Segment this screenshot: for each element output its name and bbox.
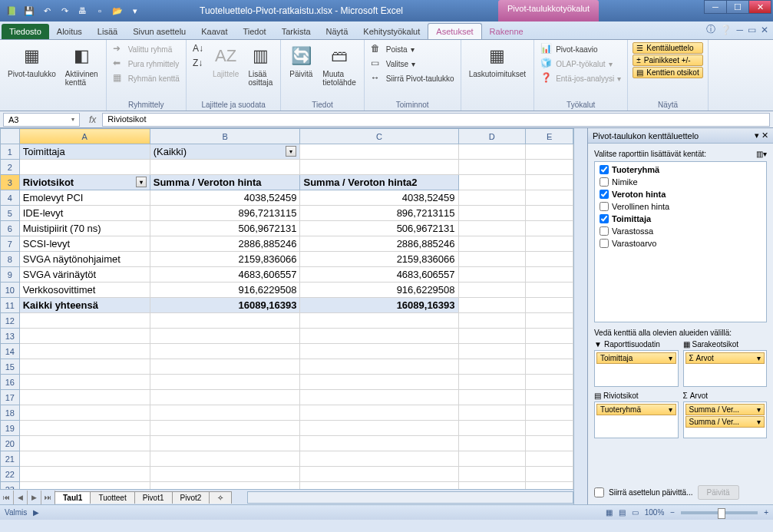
field-checkbox[interactable] bbox=[600, 165, 609, 174]
row-header[interactable]: 16 bbox=[1, 375, 20, 390]
minimize-ribbon-icon[interactable]: ⓘ bbox=[706, 23, 715, 36]
filter-value-cell[interactable]: (Kaikki)▾ bbox=[150, 144, 300, 160]
zone-item[interactable]: Tuoteryhmä▾ bbox=[596, 404, 676, 415]
sort-desc-button[interactable]: Z↓ bbox=[191, 57, 206, 71]
help-icon[interactable]: ❔ bbox=[720, 25, 732, 35]
col-header-d[interactable]: D bbox=[458, 129, 526, 144]
values-zone[interactable]: ΣArvot Summa / Ver...▾ Summa / Ver...▾ bbox=[683, 392, 768, 438]
col-header-e[interactable]: E bbox=[526, 129, 573, 144]
sheet-nav-first-icon[interactable]: ⏮ bbox=[0, 491, 14, 504]
tab-formulas[interactable]: Kaavat bbox=[193, 24, 235, 39]
tab-insert[interactable]: Lisää bbox=[90, 24, 125, 39]
save-icon[interactable]: 💾 bbox=[21, 2, 38, 19]
row-header[interactable]: 18 bbox=[1, 405, 20, 421]
cell[interactable]: SVGA näytönohjaimet bbox=[19, 252, 150, 267]
field-list-toggle[interactable]: ☰Kenttäluettelo bbox=[633, 42, 702, 54]
fx-label[interactable]: fx bbox=[83, 114, 102, 125]
doc-restore-icon[interactable]: ▭ bbox=[748, 25, 756, 35]
refresh-button[interactable]: 🔄Päivitä bbox=[286, 42, 316, 99]
pivot-table-button[interactable]: ▦ Pivot-taulukko bbox=[5, 42, 59, 99]
row-header[interactable]: 15 bbox=[1, 359, 20, 375]
row-header[interactable]: 13 bbox=[1, 329, 20, 344]
field-item[interactable]: Nimike bbox=[596, 176, 765, 188]
row-header[interactable]: 1 bbox=[1, 144, 20, 160]
row-header[interactable]: 12 bbox=[1, 313, 20, 329]
calculations-button[interactable]: ▦Laskutoimitukset bbox=[466, 42, 529, 99]
zoom-out-button[interactable]: − bbox=[670, 508, 675, 517]
zone-item[interactable]: Σ Arvot▾ bbox=[685, 352, 765, 364]
zoom-slider[interactable] bbox=[681, 511, 758, 514]
zoom-in-button[interactable]: + bbox=[764, 508, 768, 517]
cell[interactable]: 16089,16393 bbox=[300, 298, 458, 313]
sheet-nav-next-icon[interactable]: ▶ bbox=[28, 491, 41, 504]
field-item[interactable]: Varastossa bbox=[596, 225, 765, 237]
cell[interactable]: 896,7213115 bbox=[300, 206, 458, 221]
print-icon[interactable]: 🖶 bbox=[74, 2, 91, 19]
cell[interactable]: Summa / Veroton hinta bbox=[150, 175, 300, 190]
cell[interactable]: Summa / Veroton hinta2 bbox=[300, 175, 458, 190]
chevron-down-icon[interactable]: ▾ bbox=[757, 405, 761, 414]
cell[interactable]: 4683,606557 bbox=[150, 267, 300, 283]
rowlabels-dropdown-icon[interactable]: ▾ bbox=[136, 177, 147, 187]
cell[interactable]: 2886,885246 bbox=[300, 236, 458, 252]
move-pivot-button[interactable]: ↔Siirrä Pivot-taulukko bbox=[369, 71, 456, 85]
tab-pivot-design[interactable]: Rakenne bbox=[482, 24, 531, 39]
doc-close-icon[interactable]: ✕ bbox=[761, 25, 768, 35]
row-header[interactable]: 21 bbox=[1, 451, 20, 467]
row-header[interactable]: 10 bbox=[1, 283, 20, 298]
cell[interactable]: 896,7213115 bbox=[150, 206, 300, 221]
cell[interactable]: SCSI-levyt bbox=[19, 236, 150, 252]
row-header[interactable]: 14 bbox=[1, 344, 20, 359]
open-icon[interactable]: 📂 bbox=[109, 2, 126, 19]
sheet-nav-prev-icon[interactable]: ◀ bbox=[14, 491, 28, 504]
row-header[interactable]: 19 bbox=[1, 421, 20, 436]
row-header[interactable]: 9 bbox=[1, 267, 20, 283]
field-checkbox[interactable] bbox=[600, 239, 609, 248]
rows-zone[interactable]: ▤Riviotsikot Tuoteryhmä▾ bbox=[594, 392, 679, 438]
chevron-down-icon[interactable]: ▾ bbox=[669, 354, 672, 362]
row-header[interactable]: 20 bbox=[1, 436, 20, 451]
chevron-down-icon[interactable]: ▾ bbox=[757, 418, 761, 426]
cell[interactable]: 506,9672131 bbox=[300, 221, 458, 236]
filter-dropdown-icon[interactable]: ▾ bbox=[286, 146, 296, 157]
sort-button[interactable]: AZLajittele bbox=[210, 42, 242, 99]
minimize-button[interactable]: ─ bbox=[704, 0, 727, 14]
col-header-c[interactable]: C bbox=[300, 129, 458, 144]
formula-input[interactable]: Riviotsikot bbox=[102, 113, 770, 127]
sheet-tab[interactable]: Tuotteet bbox=[90, 491, 134, 504]
cell[interactable]: 506,9672131 bbox=[150, 221, 300, 236]
row-header[interactable]: 3 bbox=[1, 175, 20, 190]
row-header[interactable]: 17 bbox=[1, 390, 20, 405]
field-item[interactable]: Tuoteryhmä bbox=[596, 164, 765, 176]
maximize-button[interactable]: ☐ bbox=[726, 0, 749, 14]
select-button[interactable]: ▭Valitse ▾ bbox=[369, 57, 456, 71]
row-header[interactable]: 8 bbox=[1, 252, 20, 267]
buttons-toggle[interactable]: ±Painikkeet +/- bbox=[633, 55, 702, 66]
cell[interactable]: 2159,836066 bbox=[300, 252, 458, 267]
field-list-options-icon[interactable]: ▾ ✕ bbox=[755, 131, 768, 140]
sort-asc-button[interactable]: A↓ bbox=[191, 42, 206, 56]
cell[interactable]: 4038,52459 bbox=[300, 190, 458, 206]
cell[interactable]: Muistipiirit (70 ns) bbox=[19, 221, 150, 236]
tab-file[interactable]: Tiedosto bbox=[2, 24, 49, 39]
active-field-button[interactable]: ◧ Aktiivinen kenttä bbox=[62, 42, 101, 99]
field-checkbox[interactable] bbox=[600, 214, 609, 223]
tab-home[interactable]: Aloitus bbox=[49, 24, 90, 39]
cell[interactable]: Kaikki yhteensä bbox=[19, 298, 150, 313]
insert-slicer-button[interactable]: ▥Lisää osittaja bbox=[245, 42, 276, 99]
cell[interactable]: Emolevyt PCI bbox=[19, 190, 150, 206]
cell[interactable]: 916,6229508 bbox=[300, 283, 458, 298]
tab-review[interactable]: Tarkista bbox=[274, 24, 319, 39]
excel-icon[interactable]: 📗 bbox=[3, 2, 20, 19]
view-pagebreak-icon[interactable]: ▭ bbox=[632, 508, 639, 517]
macro-icon[interactable]: ▶ bbox=[33, 508, 39, 517]
field-checkbox[interactable] bbox=[600, 190, 609, 199]
zone-item[interactable]: Summa / Ver...▾ bbox=[685, 416, 765, 428]
sheet-tab[interactable]: Pivot2 bbox=[172, 491, 210, 504]
filter-zone[interactable]: ▼Raporttisuodatin Toimittaja▾ bbox=[594, 340, 679, 387]
field-item[interactable]: Varastoarvo bbox=[596, 237, 765, 249]
field-checkbox[interactable] bbox=[600, 226, 609, 236]
cell[interactable]: 4038,52459 bbox=[150, 190, 300, 206]
tab-pivot-options[interactable]: Asetukset bbox=[428, 23, 481, 39]
change-source-button[interactable]: 🗃Muuta tietolähde bbox=[319, 42, 358, 99]
